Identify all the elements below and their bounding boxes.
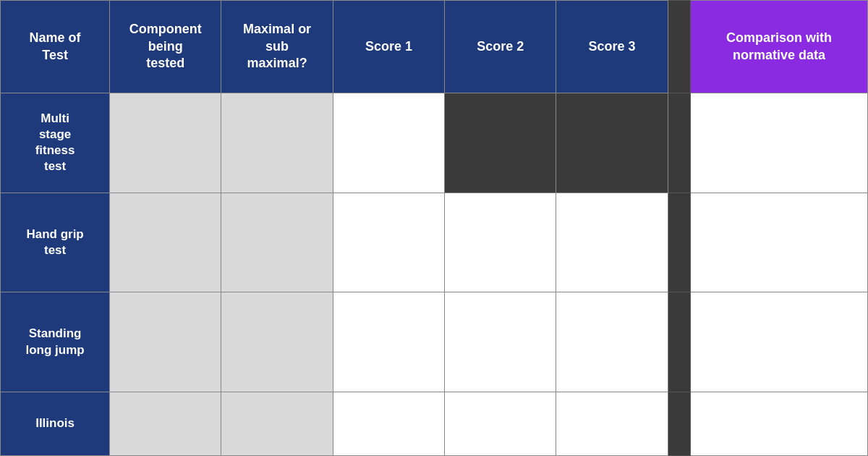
header-comparison: Comparison with normative data (690, 1, 867, 93)
header-maximal-submaximal: Maximal or sub maximal? (221, 1, 333, 93)
hand-grip-label: Hand grip test (26, 227, 83, 257)
header-score-2: Score 2 (445, 1, 556, 93)
cell-hand-grip-comparison[interactable] (690, 193, 867, 292)
cell-illinois-component[interactable] (110, 392, 221, 455)
cell-multi-stage-dark (668, 93, 690, 193)
cell-standing-long-jump-dark (668, 292, 690, 392)
table-container: Name of Test Component being tested Maxi… (0, 0, 868, 456)
cell-multi-stage-component[interactable] (110, 93, 221, 193)
cell-hand-grip-score2[interactable] (445, 193, 556, 292)
cell-standing-long-jump-component[interactable] (110, 292, 221, 392)
cell-illinois-comparison[interactable] (690, 392, 867, 455)
header-score1-label: Score 1 (365, 39, 412, 54)
header-row: Name of Test Component being tested Maxi… (1, 1, 868, 93)
header-name-of-test: Name of Test (1, 1, 110, 93)
cell-multi-stage-score3 (556, 93, 668, 193)
standing-long-jump-label: Standing long jump (25, 326, 84, 356)
cell-illinois-score1[interactable] (333, 392, 444, 455)
cell-multi-stage-comparison[interactable] (690, 93, 867, 193)
header-component-label: Component being tested (129, 22, 202, 70)
cell-standing-long-jump-score3[interactable] (556, 292, 668, 392)
header-name-label: Name of Test (30, 30, 81, 62)
cell-hand-grip-dark (668, 193, 690, 292)
cell-hand-grip-score3[interactable] (556, 193, 668, 292)
table-row: Multi stage fitness test (1, 93, 868, 193)
cell-standing-long-jump-score1[interactable] (333, 292, 444, 392)
header-score2-label: Score 2 (477, 39, 524, 54)
cell-standing-long-jump-score2[interactable] (445, 292, 556, 392)
header-maxsub-label: Maximal or sub maximal? (243, 22, 311, 70)
cell-hand-grip-name: Hand grip test (1, 193, 110, 292)
table-row: Standing long jump (1, 292, 868, 392)
fitness-tests-table: Name of Test Component being tested Maxi… (0, 0, 868, 456)
header-dark-separator (668, 1, 690, 93)
cell-illinois-score3[interactable] (556, 392, 668, 455)
cell-illinois-dark (668, 392, 690, 455)
cell-hand-grip-maxsub[interactable] (221, 193, 333, 292)
cell-hand-grip-component[interactable] (110, 193, 221, 292)
header-component-tested: Component being tested (110, 1, 221, 93)
cell-hand-grip-score1[interactable] (333, 193, 444, 292)
header-comparison-label: Comparison with normative data (726, 30, 832, 62)
cell-standing-long-jump-comparison[interactable] (690, 292, 867, 392)
table-row: Illinois (1, 392, 868, 455)
illinois-label: Illinois (35, 416, 75, 430)
cell-illinois-name: Illinois (1, 392, 110, 455)
cell-standing-long-jump-name: Standing long jump (1, 292, 110, 392)
table-row: Hand grip test (1, 193, 868, 292)
header-score-3: Score 3 (556, 1, 668, 93)
cell-illinois-maxsub[interactable] (221, 392, 333, 455)
header-score-1: Score 1 (333, 1, 444, 93)
cell-standing-long-jump-maxsub[interactable] (221, 292, 333, 392)
cell-multi-stage-maxsub[interactable] (221, 93, 333, 193)
multi-stage-label: Multi stage fitness test (35, 111, 75, 173)
header-score3-label: Score 3 (588, 39, 635, 54)
cell-illinois-score2[interactable] (445, 392, 556, 455)
cell-multi-stage-score1[interactable] (333, 93, 444, 193)
cell-multi-stage-score2 (445, 93, 556, 193)
cell-multi-stage-name: Multi stage fitness test (1, 93, 110, 193)
